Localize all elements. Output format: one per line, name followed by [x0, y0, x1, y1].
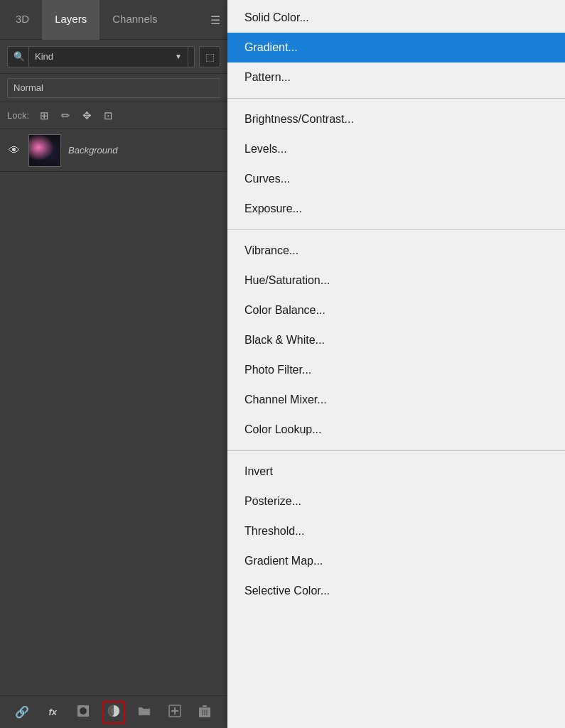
menu-item-gradient-map[interactable]: Gradient Map... [227, 546, 565, 576]
panel-menu-icon[interactable]: ☰ [210, 13, 220, 26]
menu-item-invert[interactable]: Invert [227, 457, 565, 487]
delete-layer-button[interactable] [193, 701, 216, 724]
lock-paint-btn[interactable]: ✏ [58, 108, 73, 124]
kind-dropdown[interactable]: Kind ▼ [28, 46, 188, 67]
menu-item-solid-color[interactable]: Solid Color... [227, 3, 565, 33]
folder-icon [138, 705, 151, 719]
menu-section-tone: Brightness/Contrast... Levels... Curves.… [227, 102, 565, 227]
menu-item-channel-mixer[interactable]: Channel Mixer... [227, 385, 565, 415]
layer-thumb-inner [29, 135, 60, 166]
menu-divider-2 [227, 229, 565, 230]
adjustment-icon [107, 705, 120, 720]
tab-channels[interactable]: Channels [99, 0, 170, 40]
link-layers-button[interactable]: 🔗 [11, 701, 33, 724]
menu-item-levels[interactable]: Levels... [227, 134, 565, 164]
search-input-wrap: 🔍 Kind ▼ [7, 46, 195, 67]
tab-bar: 3D Layers Channels ☰ [0, 0, 227, 40]
menu-item-black-white[interactable]: Black & White... [227, 325, 565, 355]
search-icon: 🔍 [14, 51, 25, 62]
svg-point-1 [80, 707, 87, 715]
menu-item-color-lookup[interactable]: Color Lookup... [227, 415, 565, 445]
menu-divider-3 [227, 450, 565, 451]
new-adjustment-layer-button[interactable] [102, 701, 125, 724]
lock-move-btn[interactable]: ✥ [79, 108, 95, 124]
add-layer-icon [168, 705, 181, 720]
menu-item-pattern[interactable]: Pattern... [227, 63, 565, 92]
menu-item-threshold[interactable]: Threshold... [227, 516, 565, 546]
menu-item-posterize[interactable]: Posterize... [227, 487, 565, 516]
menu-item-photo-filter[interactable]: Photo Filter... [227, 355, 565, 385]
blend-mode-bar: Normal [0, 74, 227, 102]
lock-bar: Lock: ⊞ ✏ ✥ ⊡ [0, 102, 227, 129]
image-icon: ⬚ [205, 51, 215, 63]
layer-thumbnail [28, 134, 61, 167]
tab-3d[interactable]: 3D [3, 0, 42, 40]
search-bar: 🔍 Kind ▼ ⬚ [0, 40, 227, 74]
fx-icon: fx [48, 707, 57, 717]
adjustment-dropdown-menu: Solid Color... Gradient... Pattern... Br… [227, 0, 565, 728]
menu-item-vibrance[interactable]: Vibrance... [227, 236, 565, 266]
fx-button[interactable]: fx [41, 701, 64, 724]
visibility-icon[interactable]: 👁 [7, 144, 21, 157]
lock-artboard-btn[interactable]: ⊡ [100, 108, 116, 124]
menu-section-other: Invert Posterize... Threshold... Gradien… [227, 454, 565, 609]
menu-section-color: Vibrance... Hue/Saturation... Color Bala… [227, 233, 565, 447]
lock-icons: ⊞ ✏ ✥ ⊡ [36, 108, 116, 124]
new-group-button[interactable] [133, 701, 156, 724]
blend-mode-dropdown[interactable]: Normal [7, 78, 220, 98]
checkerboard-icon: ⊞ [40, 109, 49, 122]
menu-item-exposure[interactable]: Exposure... [227, 194, 565, 224]
tab-layers[interactable]: Layers [42, 0, 99, 40]
layers-panel: 3D Layers Channels ☰ 🔍 Kind ▼ ⬚ Normal L… [0, 0, 227, 728]
menu-divider-1 [227, 98, 565, 99]
bottom-toolbar: 🔗 fx [0, 695, 227, 728]
filter-type-icon-btn[interactable]: ⬚ [199, 46, 220, 67]
trash-icon [199, 705, 210, 720]
menu-item-hue-saturation[interactable]: Hue/Saturation... [227, 266, 565, 295]
artboard-icon: ⊡ [104, 109, 113, 122]
link-icon: 🔗 [15, 705, 29, 719]
layer-name: Background [68, 145, 117, 156]
chevron-down-icon: ▼ [175, 53, 182, 60]
menu-item-color-balance[interactable]: Color Balance... [227, 295, 565, 325]
lock-pixels-btn[interactable]: ⊞ [36, 108, 52, 124]
new-layer-button[interactable] [163, 701, 186, 724]
menu-item-gradient[interactable]: Gradient... [227, 33, 565, 63]
menu-item-selective-color[interactable]: Selective Color... [227, 576, 565, 606]
menu-item-brightness-contrast[interactable]: Brightness/Contrast... [227, 104, 565, 134]
lock-label: Lock: [7, 110, 29, 121]
brush-icon: ✏ [61, 109, 70, 122]
layer-row-background[interactable]: 👁 Background [0, 129, 227, 172]
add-mask-button[interactable] [72, 701, 95, 724]
move-icon: ✥ [82, 109, 92, 122]
mask-icon [77, 705, 90, 720]
menu-item-curves[interactable]: Curves... [227, 164, 565, 194]
menu-section-fill: Solid Color... Gradient... Pattern... [227, 0, 565, 95]
